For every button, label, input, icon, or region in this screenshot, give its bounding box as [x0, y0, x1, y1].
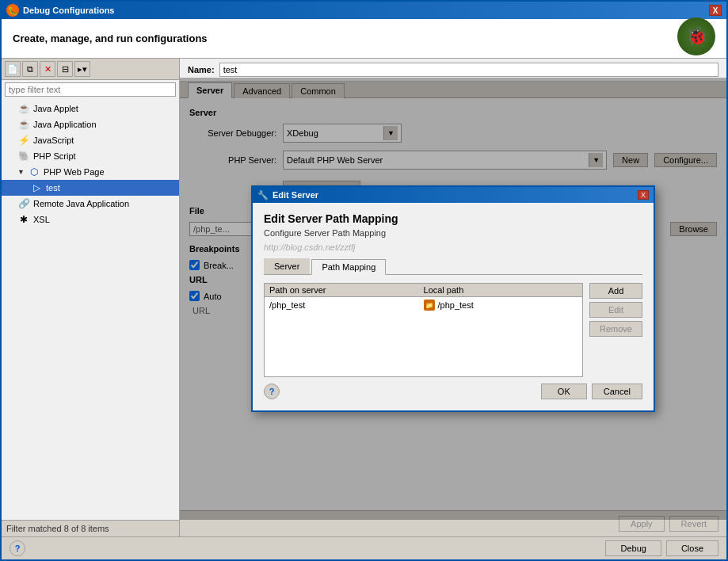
filter-input[interactable] — [5, 82, 176, 97]
table-header: Path on server Local path — [265, 284, 582, 297]
name-label: Name: — [188, 65, 215, 74]
expand-button[interactable]: ▸▾ — [74, 61, 90, 77]
tree-item-label: PHP Script — [33, 151, 76, 161]
tree-item-test[interactable]: ▷ test — [2, 180, 179, 196]
php-script-icon: 🐘 — [17, 150, 30, 162]
js-icon: ⚡ — [17, 134, 30, 147]
php-web-icon: ⬡ — [28, 166, 40, 178]
name-input[interactable] — [219, 63, 718, 77]
edit-mapping-button[interactable]: Edit — [589, 302, 642, 318]
window-close-button[interactable]: X — [709, 5, 722, 16]
remove-mapping-button[interactable]: Remove — [589, 321, 642, 337]
tree-item-label: JavaScript — [33, 135, 74, 145]
server-path-cell: /php_test — [269, 300, 424, 310]
table-row[interactable]: /php_test 📁 /php_test — [265, 297, 582, 313]
server-path-value: /php_test — [269, 300, 305, 310]
tree-item-label: Java Application — [33, 120, 97, 129]
modal-title-bar: 🔧 Edit Server X — [253, 187, 654, 203]
xsl-icon: ✱ — [17, 213, 30, 226]
footer-right: Debug Close — [605, 540, 718, 556]
main-window: 🐛 Debug Configurations X Create, manage,… — [0, 0, 728, 561]
local-path-value: /php_test — [438, 300, 474, 310]
tree-item-label: Remote Java Application — [33, 199, 129, 208]
modal-title-left: 🔧 Edit Server — [257, 190, 318, 200]
modal-body: Edit Server Path Mapping Configure Serve… — [253, 203, 654, 410]
modal-action-buttons: OK Cancel — [541, 384, 642, 399]
modal-ok-button[interactable]: OK — [541, 384, 587, 399]
tree-item-label: test — [46, 183, 60, 193]
modal-icon: 🔧 — [257, 190, 269, 200]
folder-icon: 📁 — [424, 300, 435, 311]
modal-tabs-bar: Server Path Mapping — [264, 258, 642, 275]
tree-item-php-script[interactable]: 🐘 PHP Script — [2, 148, 179, 164]
debug-button[interactable]: Debug — [605, 540, 661, 556]
tree-item-label: PHP Web Page — [44, 167, 105, 177]
subtitle-area: Create, manage, and run configurations 🐞 — [2, 19, 726, 59]
title-bar-left: 🐛 Debug Configurations — [6, 4, 115, 17]
java-applet-icon: ☕ — [17, 102, 30, 115]
path-mapping-table: Path on server Local path /php_test 📁 /p… — [264, 283, 583, 377]
table-empty-area — [265, 313, 582, 376]
new-config-button[interactable]: 📄 — [5, 61, 21, 77]
modal-bottom: ? OK Cancel — [264, 377, 642, 401]
modal-close-button[interactable]: X — [638, 190, 649, 200]
tree-item-xsl[interactable]: ✱ XSL — [2, 212, 179, 227]
modal-watermark: http://blog.csdn.net/zztfj — [264, 242, 642, 252]
modal-cancel-button[interactable]: Cancel — [592, 384, 642, 399]
tree-item-php-web-page[interactable]: ▼ ⬡ PHP Web Page — [2, 164, 179, 180]
duplicate-config-button[interactable]: ⧉ — [22, 61, 38, 77]
col-server-path: Path on server — [269, 285, 424, 295]
filter-status: Filter matched 8 of 8 items — [2, 520, 179, 536]
modal-help-button[interactable]: ? — [264, 384, 280, 399]
bug-icon: 🐞 — [677, 17, 715, 55]
subtitle-text: Create, manage, and run configurations — [13, 32, 208, 44]
modal-table-wrapper: Path on server Local path /php_test 📁 /p… — [264, 283, 642, 377]
modal-subtext: Configure Server Path Mapping — [264, 228, 642, 238]
modal-overlay: 🔧 Edit Server X Edit Server Path Mapping… — [180, 78, 726, 520]
close-button[interactable]: Close — [666, 540, 718, 556]
help-button[interactable]: ? — [10, 540, 25, 556]
delete-config-button[interactable]: ✕ — [40, 61, 55, 77]
debug-icon: 🐛 — [6, 4, 19, 17]
collapse-button[interactable]: ⊟ — [57, 61, 73, 77]
edit-server-modal: 🔧 Edit Server X Edit Server Path Mapping… — [251, 185, 655, 412]
left-toolbar: 📄 ⧉ ✕ ⊟ ▸▾ — [2, 59, 179, 80]
java-app-icon: ☕ — [17, 118, 30, 131]
tree-item-remote-java[interactable]: 🔗 Remote Java Application — [2, 196, 179, 212]
modal-tab-server[interactable]: Server — [264, 258, 310, 274]
tree-item-java-applet[interactable]: ☕ Java Applet — [2, 101, 179, 116]
col-local-path: Local path — [424, 285, 578, 295]
tree-item-java-application[interactable]: ☕ Java Application — [2, 116, 179, 132]
left-panel: 📄 ⧉ ✕ ⊟ ▸▾ ☕ Java Applet ☕ Java Applicat… — [2, 59, 180, 536]
tree-view: ☕ Java Applet ☕ Java Application ⚡ JavaS… — [2, 99, 179, 520]
tree-item-javascript[interactable]: ⚡ JavaScript — [2, 132, 179, 148]
local-path-cell: 📁 /php_test — [424, 300, 578, 311]
tree-item-label: XSL — [33, 215, 50, 224]
remote-java-icon: 🔗 — [17, 197, 30, 210]
modal-title: Edit Server — [273, 190, 318, 200]
add-mapping-button[interactable]: Add — [589, 283, 642, 299]
modal-heading: Edit Server Path Mapping — [264, 212, 642, 225]
title-bar: 🐛 Debug Configurations X — [2, 2, 726, 19]
modal-side-buttons: Add Edit Remove — [589, 283, 642, 337]
footer-bar: ? Debug Close — [2, 536, 726, 559]
tree-item-label: Java Applet — [33, 104, 78, 113]
test-config-icon: ▷ — [30, 181, 43, 194]
modal-tab-path-mapping[interactable]: Path Mapping — [311, 259, 386, 275]
window-title: Debug Configurations — [23, 6, 115, 15]
expand-arrow-icon: ▼ — [17, 168, 25, 176]
